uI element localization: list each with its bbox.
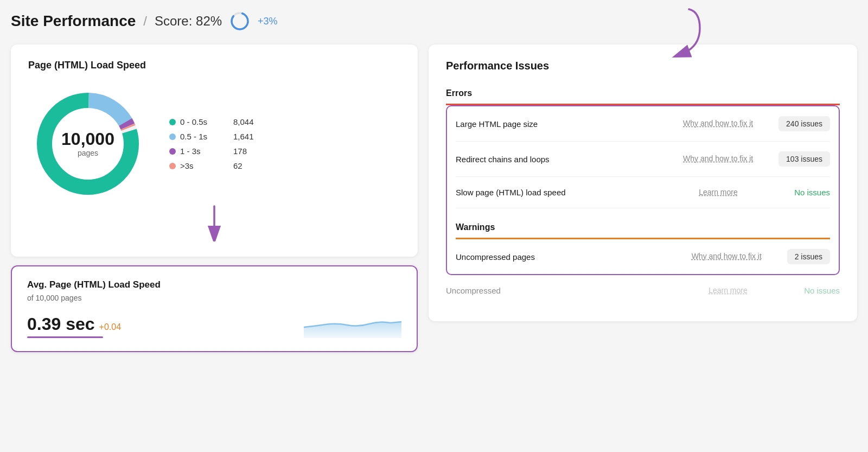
issue-row-2: Slow page (HTML) load speed Learn more N…: [456, 177, 830, 208]
donut-center: 10,000 pages: [61, 130, 114, 157]
page-title: Site Performance: [11, 12, 136, 30]
issue-name-0: Large HTML page size: [456, 118, 674, 130]
legend-label-3: >3s: [180, 161, 229, 170]
legend-value-2: 178: [233, 147, 247, 156]
warning-no-issues-1: No issues: [804, 286, 840, 295]
separator: /: [143, 14, 147, 29]
warning-link-1[interactable]: Learn more: [709, 285, 795, 296]
legend-label-0: 0 - 0.5s: [180, 117, 229, 126]
issue-link-1[interactable]: Why and how to fix it: [683, 154, 770, 164]
chart-legend: 0 - 0.5s 8,044 0.5 - 1s 1,641 1 - 3s 178: [169, 117, 254, 170]
main-layout: Page (HTML) Load Speed: [11, 44, 857, 352]
issue-name-2: Slow page (HTML) load speed: [456, 187, 690, 198]
arrow-down-left: [198, 203, 231, 241]
warning-link-0[interactable]: Why and how to fix it: [692, 251, 778, 262]
legend-label-1: 0.5 - 1s: [180, 132, 229, 141]
warnings-header: Warnings: [456, 217, 830, 238]
avg-delta: +0.04: [99, 322, 121, 332]
warning-row-0: Uncompressed pages Why and how to fix it…: [456, 239, 830, 274]
right-panel: Performance Issues Errors Large HTML pag…: [429, 44, 857, 321]
avg-speed-card: Avg. Page (HTML) Load Speed of 10,000 pa…: [11, 265, 418, 352]
legend-dot-3: [169, 163, 176, 169]
avg-speed-value-section: 0.39 sec +0.04: [27, 314, 121, 338]
trend-chart: [304, 311, 401, 338]
left-panel: Page (HTML) Load Speed: [11, 44, 418, 352]
avg-value-wrap: 0.39 sec +0.04: [27, 314, 121, 334]
issues-highlighted-box: Large HTML page size Why and how to fix …: [446, 105, 840, 275]
warning-name-0: Uncompressed pages: [456, 251, 683, 263]
right-panel-title: Performance Issues: [446, 60, 840, 72]
page-header: Site Performance / Score: 82% +3%: [11, 11, 857, 31]
avg-value: 0.39 sec: [27, 314, 95, 334]
legend-item-0: 0 - 0.5s 8,044: [169, 117, 254, 126]
issue-row-1: Redirect chains and loops Why and how to…: [456, 142, 830, 177]
legend-item-2: 1 - 3s 178: [169, 147, 254, 156]
legend-item-1: 0.5 - 1s 1,641: [169, 132, 254, 141]
issue-link-2[interactable]: Learn more: [699, 187, 786, 198]
legend-dot-1: [169, 133, 176, 140]
avg-speed-title: Avg. Page (HTML) Load Speed: [27, 279, 401, 290]
svg-point-1: [232, 13, 248, 29]
issue-name-1: Redirect chains and loops: [456, 154, 674, 165]
errors-section: Errors Large HTML page size Why and how …: [446, 83, 840, 306]
warning-badge-0: 2 issues: [787, 249, 830, 264]
score-label: Score: 82%: [155, 14, 222, 29]
issue-row-0: Large HTML page size Why and how to fix …: [456, 106, 830, 142]
warnings-section: Warnings Uncompressed pages Why and how …: [456, 217, 830, 274]
legend-value-0: 8,044: [233, 117, 254, 126]
issue-badge-1: 103 issues: [778, 151, 830, 167]
donut-label: pages: [61, 149, 114, 158]
donut-number: 10,000: [61, 130, 114, 149]
legend-value-3: 62: [233, 161, 242, 170]
avg-speed-subtitle: of 10,000 pages: [27, 294, 401, 302]
legend-label-2: 1 - 3s: [180, 147, 229, 156]
chart-area: 10,000 pages 0 - 0.5s 8,044 0.5 - 1s 1,6…: [28, 84, 400, 203]
left-arrow-container: [28, 203, 400, 241]
legend-item-3: >3s 62: [169, 161, 254, 170]
score-circle-icon: [229, 11, 250, 31]
legend-value-1: 1,641: [233, 132, 254, 141]
issue-badge-0: 240 issues: [778, 116, 830, 131]
legend-dot-2: [169, 148, 176, 155]
donut-chart: 10,000 pages: [28, 84, 148, 203]
warning-name-1: Uncompressed: [446, 285, 700, 296]
load-speed-card: Page (HTML) Load Speed: [11, 44, 418, 257]
arrow-right-panel: [640, 7, 716, 61]
issue-no-issues-2: No issues: [794, 188, 830, 197]
underline-accent: [27, 336, 103, 338]
warning-row-1: Uncompressed Learn more No issues: [446, 275, 840, 306]
errors-header: Errors: [446, 83, 840, 104]
load-speed-title: Page (HTML) Load Speed: [28, 60, 400, 71]
legend-dot-0: [169, 119, 176, 125]
issue-link-0[interactable]: Why and how to fix it: [683, 118, 770, 129]
avg-speed-bottom: 0.39 sec +0.04: [27, 311, 401, 338]
score-delta: +3%: [258, 16, 278, 27]
